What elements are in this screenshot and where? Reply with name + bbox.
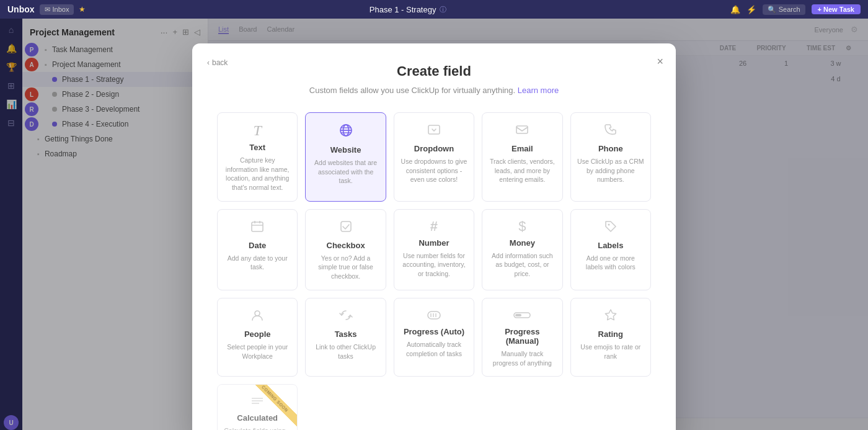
money-field-name: Money [489, 238, 556, 248]
number-field-name: Number [401, 238, 467, 248]
progress-manual-field-desc: Manually track progress of anything [489, 349, 556, 367]
tasks-field-icon [312, 308, 379, 325]
number-field-desc: Use number fields for accounting, invent… [401, 251, 467, 279]
progress-auto-field-desc: Automatically track completion of tasks [401, 340, 467, 358]
field-card-date[interactable]: Date Add any date to your task. [217, 209, 298, 290]
text-field-name: Text [224, 143, 291, 152]
coming-soon-label: COMING SOON [247, 385, 297, 426]
star-icon[interactable]: ★ [79, 5, 86, 14]
text-field-desc: Capture key information like name, locat… [224, 156, 291, 192]
phone-field-name: Phone [577, 144, 644, 153]
checkbox-field-desc: Yes or no? Add a simple true or false ch… [312, 254, 379, 281]
subtitle-text: Custom fields allow you use ClickUp for … [309, 86, 515, 95]
coming-soon-ribbon-wrap: COMING SOON [247, 385, 297, 430]
inbox-label: Inbox [53, 6, 69, 13]
website-field-icon [312, 123, 379, 140]
text-field-icon: T [224, 123, 291, 138]
svg-point-12 [608, 223, 609, 225]
rating-field-icon [577, 308, 644, 325]
create-field-modal: ‹ back × Create field Custom fields allo… [192, 43, 676, 430]
money-field-icon: $ [489, 220, 556, 233]
money-field-desc: Add information such as budget, cost, or… [489, 251, 556, 279]
main-layout: ⌂ 🔔 🏆 ⊞ 📊 ⊟ U Project Management ··· + ⊞… [0, 19, 868, 430]
field-grid-row1: T Text Capture key information like name… [217, 112, 651, 202]
field-card-rating[interactable]: Rating Use emojis to rate or rank [570, 298, 651, 377]
modal-back-button[interactable]: ‹ back [207, 58, 228, 67]
field-card-email[interactable]: Email Track clients, vendors, leads, and… [482, 112, 562, 202]
field-card-checkbox[interactable]: Checkbox Yes or no? Add a simple true or… [305, 209, 386, 290]
email-field-desc: Track clients, vendors, leads, and more … [489, 157, 556, 184]
date-field-name: Date [224, 241, 291, 250]
progress-auto-field-icon [401, 308, 467, 322]
progress-auto-field-name: Progress (Auto) [401, 327, 467, 336]
number-field-icon: # [401, 220, 467, 233]
field-card-number[interactable]: # Number Use number fields for accountin… [394, 209, 474, 290]
checkbox-field-icon [312, 220, 379, 236]
svg-rect-14 [428, 311, 440, 319]
app-logo: Unbox [7, 4, 35, 14]
back-label: back [212, 58, 228, 67]
rating-field-name: Rating [577, 329, 644, 339]
date-field-icon [224, 220, 291, 236]
field-grid-row4: COMING SOON Calculated Calculate fields … [217, 384, 651, 430]
back-chevron-icon: ‹ [207, 58, 210, 67]
learn-more-link[interactable]: Learn more [518, 86, 559, 95]
field-card-website[interactable]: Website Add websites that are associated… [305, 112, 386, 202]
modal-close-button[interactable]: × [657, 56, 663, 67]
svg-point-13 [255, 311, 260, 316]
field-card-progress-manual[interactable]: Progress (Manual) Manually track progres… [482, 298, 562, 377]
phone-field-icon [577, 123, 644, 139]
modal-title: Create field [217, 63, 651, 79]
website-field-desc: Add websites that are associated with th… [312, 158, 379, 186]
website-field-name: Website [312, 145, 379, 155]
search-icon: 🔍 [768, 6, 776, 14]
topbar-right: 🔔 ⚡ 🔍 Search + New Task [730, 4, 861, 15]
people-field-desc: Select people in your Workplace [224, 343, 291, 361]
topbar: Unbox ✉ Inbox ★ Phase 1 - Strategy ⓘ 🔔 ⚡… [0, 0, 868, 19]
field-card-calculated[interactable]: COMING SOON Calculated Calculate fields … [217, 384, 298, 430]
email-field-icon [489, 123, 556, 139]
people-field-icon [224, 308, 291, 325]
field-card-text[interactable]: T Text Capture key information like name… [217, 112, 298, 202]
labels-field-name: Labels [577, 241, 644, 250]
search-label: Search [779, 6, 800, 13]
bolt-icon[interactable]: ⚡ [746, 5, 756, 14]
people-field-name: People [224, 329, 291, 339]
dropdown-field-desc: Use dropdowns to give consistent options… [401, 157, 467, 184]
field-card-people[interactable]: People Select people in your Workplace [217, 298, 298, 377]
svg-rect-7 [252, 222, 263, 231]
svg-rect-19 [515, 314, 521, 316]
field-grid-row3: People Select people in your Workplace T… [217, 298, 651, 377]
svg-rect-6 [516, 126, 528, 133]
email-field-name: Email [489, 144, 556, 153]
inbox-button[interactable]: ✉ Inbox [40, 4, 74, 15]
modal-overlay: ‹ back × Create field Custom fields allo… [0, 19, 868, 430]
field-card-labels[interactable]: Labels Add one or more labels with color… [570, 209, 651, 290]
dropdown-field-name: Dropdown [401, 144, 467, 153]
bell-icon[interactable]: 🔔 [730, 5, 740, 14]
field-grid-row2: Date Add any date to your task. Checkbox… [217, 209, 651, 290]
progress-manual-field-name: Progress (Manual) [489, 327, 556, 346]
field-card-tasks[interactable]: Tasks Link to other ClickUp tasks [305, 298, 386, 377]
inbox-icon: ✉ [45, 6, 50, 14]
topbar-left: Unbox ✉ Inbox ★ [7, 4, 86, 15]
new-task-button[interactable]: + New Task [812, 4, 861, 14]
rating-field-desc: Use emojis to rate or rank [577, 343, 644, 361]
progress-manual-field-icon [489, 308, 556, 322]
tasks-field-desc: Link to other ClickUp tasks [312, 343, 379, 361]
labels-field-icon [577, 220, 644, 236]
labels-field-desc: Add one or more labels with colors [577, 254, 644, 272]
field-card-dropdown[interactable]: Dropdown Use dropdowns to give consisten… [394, 112, 474, 202]
topbar-center: Phase 1 - Strategy ⓘ [370, 5, 447, 14]
svg-rect-5 [428, 125, 440, 134]
dropdown-field-icon [401, 123, 467, 139]
checkbox-field-name: Checkbox [312, 241, 379, 250]
field-card-progress-auto[interactable]: Progress (Auto) Automatically track comp… [394, 298, 474, 377]
page-title: Phase 1 - Strategy [370, 5, 436, 14]
field-card-phone[interactable]: Phone Use ClickUp as a CRM by adding pho… [570, 112, 651, 202]
field-card-money[interactable]: $ Money Add information such as budget, … [482, 209, 562, 290]
phone-field-desc: Use ClickUp as a CRM by adding phone num… [577, 157, 644, 184]
info-icon: ⓘ [440, 5, 446, 14]
tasks-field-name: Tasks [312, 329, 379, 339]
search-box[interactable]: 🔍 Search [763, 4, 805, 15]
